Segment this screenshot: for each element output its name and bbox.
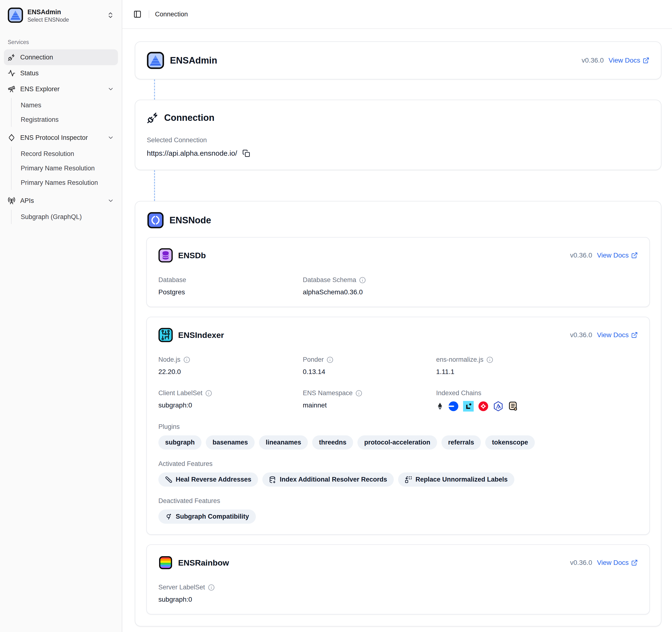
sidebar-item-apis[interactable]: APIs [4,193,118,209]
ens-namespace-field: ENS Namespace mainnet [303,388,436,412]
server-labelset-label: Server LabelSet [159,584,205,591]
ens-normalize-value: 1.11.1 [436,368,638,376]
sidebar: ENSAdmin Select ENSNode Services Connect… [0,0,122,632]
nodejs-value: 22.20.0 [159,368,303,376]
info-icon[interactable] [356,390,362,397]
ensnode-card: ENSNode [135,201,662,627]
sidebar-item-label: ENS Protocol Inspector [20,134,88,142]
sidebar-item-record-resolution[interactable]: Record Resolution [16,147,118,161]
copy-url-button[interactable] [241,148,251,158]
ensdb-card: ENSDb v0.36.0 View Docs [146,237,650,307]
nodejs-field: Node.js 22.20.0 [159,355,303,376]
ensrainbow-view-docs-link[interactable]: View Docs [597,559,638,566]
ensdb-view-docs-link[interactable]: View Docs [597,251,638,259]
ensnode-selector[interactable]: ENSAdmin Select ENSNode [4,4,118,26]
sidebar-item-label: Connection [20,54,53,61]
info-icon[interactable] [205,390,212,397]
ens-explorer-children: Names Registrations [11,98,118,127]
plug-zap-icon [147,112,159,124]
plugins-label: Plugins [159,423,638,431]
ponder-value: 0.13.14 [303,368,436,376]
external-link-icon [631,332,638,338]
feature-badge-subgraph-compatibility: Subgraph Compatibility [159,510,256,524]
chevron-down-icon [107,197,114,204]
ensadmin-view-docs-link[interactable]: View Docs [608,56,649,64]
database-value: Postgres [159,288,303,296]
linea-chain-icon [463,401,474,412]
indexed-chains-list [436,401,638,412]
telescope-icon [8,85,16,93]
plugin-badge: referrals [441,435,481,449]
database-label: Database [159,276,186,284]
info-icon[interactable] [359,277,366,284]
ens-diamond-icon [8,134,16,142]
database-schema-label: Database Schema [303,276,356,284]
arbitrum-chain-icon [493,401,504,412]
info-icon[interactable] [486,357,493,363]
ensadmin-logo-icon [8,7,23,23]
sidebar-item-subgraph-graphql[interactable]: Subgraph (GraphQL) [16,210,118,224]
info-icon[interactable] [327,357,333,363]
ens-normalize-label: ens-normalize.js [436,356,483,363]
content: ENSAdmin v0.36.0 View Docs [122,29,672,632]
graph-icon [165,513,172,520]
ensindexer-card: ENSIndexer v0.36.0 View Docs [146,317,650,535]
ensindexer-version: v0.36.0 [570,331,592,339]
connection-card-title: Connection [164,113,214,123]
ensindexer-view-docs-link[interactable]: View Docs [597,331,638,339]
plugin-badge: tokenscope [485,435,535,449]
info-icon[interactable] [208,584,215,591]
chevron-down-icon [107,86,114,92]
external-link-icon [643,57,649,64]
sidebar-item-primary-name-resolution[interactable]: Primary Name Resolution [16,161,118,175]
sidebar-item-label: APIs [20,197,34,204]
ethereum-chain-icon [436,401,444,412]
plug-zap-icon [8,53,16,61]
info-icon[interactable] [184,357,190,363]
panel-left-icon [133,10,142,18]
sidebar-item-names[interactable]: Names [16,98,118,113]
sidebar-item-ens-explorer[interactable]: ENS Explorer [4,81,118,97]
plugin-badge: protocol-acceleration [357,435,437,449]
sidebar-item-label: Status [20,70,39,77]
database-field: Database Postgres [159,275,303,296]
app-title: ENSAdmin [27,8,61,16]
activity-icon [8,69,16,77]
sidebar-item-label: ENS Explorer [20,86,60,93]
chevrons-up-down-icon [107,11,114,19]
ensadmin-card-title: ENSAdmin [170,55,217,66]
ensnode-logo-icon [147,212,164,228]
plugin-badge: subgraph [159,435,201,449]
plugins-list: subgraph basenames lineanames threedns p… [159,435,638,449]
topbar-separator [149,10,149,18]
plugin-badge: lineanames [259,435,308,449]
radio-tower-icon [8,197,16,204]
connection-url: https://api.alpha.ensnode.io/ [147,149,237,157]
apis-children: Subgraph (GraphQL) [11,210,118,224]
bandage-icon [165,476,172,483]
deactivated-features-section: Deactivated Features Subgraph Compatibil… [159,497,638,524]
topbar: Connection [122,0,672,29]
card-connector-line [154,79,155,100]
feature-badge-replace-unnormalized-labels: Replace Unnormalized Labels [398,472,514,487]
sidebar-item-ens-protocol-inspector[interactable]: ENS Protocol Inspector [4,130,118,146]
external-link-icon [631,559,638,566]
plugins-section: Plugins subgraph basenames lineanames th… [159,423,638,449]
selected-connection-label: Selected Connection [147,137,207,144]
ensrainbow-card: ENSRainbow v0.36.0 View Docs [146,544,650,614]
sidebar-item-connection[interactable]: Connection [4,49,118,65]
ensadmin-card: ENSAdmin v0.36.0 View Docs [135,41,662,79]
sidebar-section-label: Services [4,26,118,49]
base-chain-icon [448,401,459,412]
ens-normalize-field: ens-normalize.js 1.11.1 [436,355,638,376]
ensnode-card-title: ENSNode [169,215,211,225]
sidebar-toggle-button[interactable] [132,9,143,20]
sidebar-item-status[interactable]: Status [4,65,118,81]
sidebar-item-primary-names-resolution[interactable]: Primary Names Resolution [16,175,118,190]
ensdb-version: v0.36.0 [570,251,592,259]
client-labelset-field: Client LabelSet subgraph:0 [159,388,303,412]
server-labelset-value: subgraph:0 [159,595,303,603]
sidebar-item-registrations[interactable]: Registrations [16,113,118,127]
ens-namespace-label: ENS Namespace [303,389,353,397]
external-link-icon [631,252,638,259]
